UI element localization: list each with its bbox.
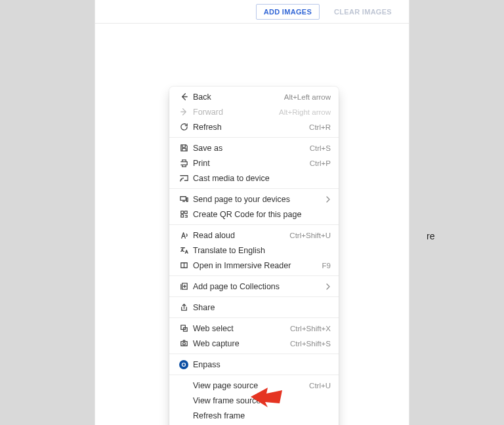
menu-item-label: Add page to Collections (190, 282, 323, 291)
add-images-button[interactable]: ADD IMAGES (256, 4, 320, 20)
menu-separator (169, 317, 339, 318)
enpass-icon: O (177, 360, 190, 369)
book-icon (177, 260, 190, 270)
menu-separator (169, 137, 339, 138)
menu-item-save-as[interactable]: Save asCtrl+S (169, 140, 339, 155)
menu-item-label: Web select (190, 324, 290, 333)
collections-icon (177, 281, 190, 291)
menu-item-label: Open in Immersive Reader (190, 261, 322, 270)
menu-item-label: View frame source (177, 396, 331, 405)
menu-item-shortcut: Ctrl+U (309, 382, 331, 390)
menu-item-label: Share (190, 303, 331, 312)
menu-item-qr[interactable]: Create QR Code for this page (169, 207, 339, 222)
menu-item-label: Refresh frame (177, 411, 331, 420)
menu-item-shortcut: Ctrl+R (309, 123, 331, 131)
menu-item-label: Save as (190, 144, 310, 153)
menu-item-label: Send page to your devices (190, 195, 323, 204)
svg-point-0 (182, 342, 185, 345)
topbar: ADD IMAGES CLEAR IMAGES (95, 0, 409, 24)
menu-item-shortcut: F9 (322, 262, 331, 270)
qr-icon (177, 209, 190, 219)
chevron-right-icon (323, 283, 331, 290)
menu-item-forward: ForwardAlt+Right arrow (169, 104, 339, 119)
chevron-right-icon (323, 196, 331, 203)
menu-item-refresh[interactable]: RefreshCtrl+R (169, 119, 339, 134)
menu-item-shortcut: Ctrl+Shift+X (290, 325, 331, 333)
refresh-icon (177, 122, 190, 132)
browser-context-menu[interactable]: BackAlt+Left arrowForwardAlt+Right arrow… (169, 87, 339, 425)
menu-item-web-capture[interactable]: Web captureCtrl+Shift+S (169, 336, 339, 351)
menu-item-label: Read aloud (190, 231, 289, 240)
menu-separator (169, 224, 339, 225)
menu-separator (169, 275, 339, 276)
menu-item-label: Create QR Code for this page (190, 210, 331, 219)
arrow-right-icon (177, 107, 190, 117)
menu-item-collections[interactable]: Add page to Collections (169, 279, 339, 294)
menu-item-label: Back (190, 92, 284, 102)
menu-item-share[interactable]: Share (169, 300, 339, 315)
menu-item-label: Forward (190, 108, 279, 117)
menu-item-label: Translate to English (190, 246, 331, 255)
clear-images-button: CLEAR IMAGES (326, 4, 400, 20)
devices-icon (177, 194, 190, 204)
menu-separator (169, 374, 339, 375)
menu-item-label: Refresh (190, 123, 309, 132)
print-icon (177, 158, 190, 168)
menu-item-back[interactable]: BackAlt+Left arrow (169, 89, 339, 104)
menu-item-cast[interactable]: Cast media to device (169, 171, 339, 186)
menu-item-shortcut: Ctrl+Shift+S (290, 340, 331, 348)
menu-item-print[interactable]: PrintCtrl+P (169, 155, 339, 171)
menu-item-label: Enpass (190, 360, 331, 369)
page-viewport: ADD IMAGES CLEAR IMAGES re BackAlt+Left … (0, 0, 504, 425)
menu-separator (169, 188, 339, 189)
capture-icon (177, 338, 190, 348)
menu-item-view-source[interactable]: View page sourceCtrl+U (169, 378, 339, 393)
menu-separator (169, 296, 339, 297)
cast-icon (177, 173, 190, 183)
menu-item-enpass[interactable]: OEnpass (169, 357, 339, 372)
menu-item-label: Print (190, 159, 310, 168)
menu-item-label: Cast media to device (190, 174, 331, 183)
menu-item-shortcut: Ctrl+S (310, 144, 331, 152)
webselect-icon (177, 323, 190, 333)
save-icon (177, 143, 190, 153)
menu-item-view-frame-source[interactable]: View frame source (169, 393, 339, 408)
menu-item-label: View page source (177, 381, 309, 390)
arrow-left-icon (177, 92, 190, 102)
menu-item-shortcut: Alt+Left arrow (284, 93, 331, 101)
translate-icon (177, 245, 190, 255)
background-partial-text: re (427, 231, 434, 241)
menu-separator (169, 354, 339, 354)
read-aloud-icon (177, 230, 190, 240)
menu-item-shortcut: Alt+Right arrow (279, 108, 331, 116)
menu-item-shortcut: Ctrl+P (310, 159, 331, 167)
menu-item-send[interactable]: Send page to your devices (169, 192, 339, 207)
menu-item-shortcut: Ctrl+Shift+U (289, 232, 331, 239)
menu-item-label: Web capture (190, 339, 290, 348)
menu-item-translate[interactable]: Translate to English (169, 243, 339, 258)
menu-item-immersive[interactable]: Open in Immersive ReaderF9 (169, 258, 339, 273)
menu-item-read-aloud[interactable]: Read aloudCtrl+Shift+U (169, 228, 339, 243)
menu-item-refresh-frame[interactable]: Refresh frame (169, 408, 339, 423)
share-icon (177, 302, 190, 312)
menu-item-web-select[interactable]: Web selectCtrl+Shift+X (169, 321, 339, 336)
